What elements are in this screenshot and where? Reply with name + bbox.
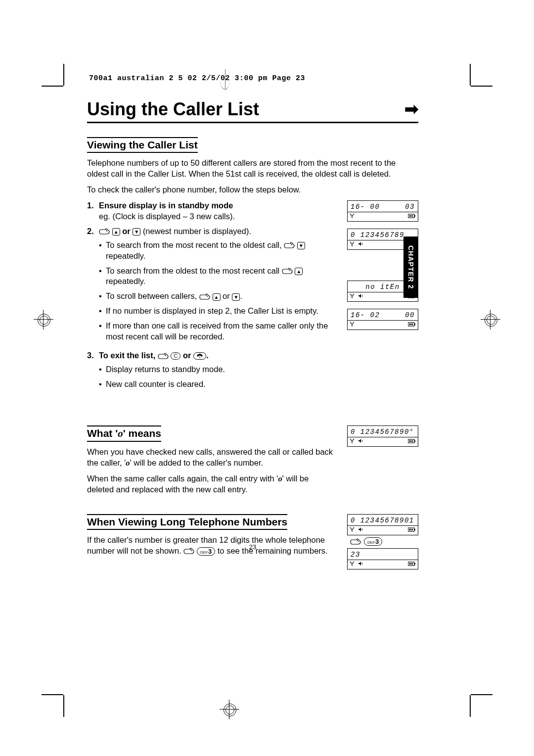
bullet-text: or [222, 291, 232, 300]
up-key-icon: ▲ [295, 268, 303, 275]
lcd-text: 16- 00 [351, 203, 380, 211]
continue-arrow-icon: ➡ [404, 99, 418, 120]
registration-mark [481, 310, 500, 330]
svg-rect-19 [410, 324, 411, 325]
lcd-text: 0 123456789 [351, 231, 404, 239]
bullet-text: repeatedly. [106, 277, 145, 285]
page-title: Using the Caller List [87, 99, 259, 120]
print-header: 700a1 australian 2 5 02 2/5/02 3:00 pm P… [89, 74, 305, 83]
svg-rect-4 [410, 215, 411, 217]
bullet-item: To search from the most recent to the ol… [99, 240, 337, 262]
section-heading-viewing: Viewing the Caller List [87, 137, 198, 153]
step-title: . [206, 351, 209, 360]
speaker-icon [358, 527, 363, 534]
bullet-text: To scroll between callers, [106, 291, 199, 300]
section2-p1: When you have checked new calls, answere… [87, 447, 337, 469]
svg-rect-34 [410, 563, 411, 565]
speaker-icon [358, 241, 363, 248]
press-hand-icon [158, 351, 169, 360]
section2-p2: When the same caller calls again, the ca… [87, 473, 337, 495]
lcd-text: 23 [351, 551, 360, 559]
or-text: or [122, 227, 133, 236]
svg-rect-23 [409, 440, 410, 442]
page-content: Using the Caller List ➡ Viewing the Call… [87, 99, 418, 572]
step-title: or [183, 351, 193, 360]
battery-icon [408, 527, 416, 534]
bullet-text: Display returns to standby mode. [106, 364, 337, 375]
antenna-icon [350, 241, 355, 248]
antenna-icon [350, 293, 355, 300]
lcd-display-checked: 0 1234567890° [347, 425, 418, 447]
crop-mark [42, 86, 63, 87]
lcd-display-longnum-1: 0 12345678901 [347, 514, 418, 535]
chapter-tab: CHAPTER 2 [403, 236, 418, 298]
svg-rect-20 [412, 324, 413, 325]
bullet-text: If more than one call is received from t… [106, 321, 337, 342]
speaker-icon [358, 293, 363, 300]
step-3: 3. To exit the list, C or . Display retu… [87, 350, 337, 394]
battery-icon [408, 438, 416, 445]
svg-point-0 [199, 357, 200, 358]
step-number: 2. [87, 226, 99, 346]
antenna-icon [350, 213, 355, 220]
registration-mark [220, 700, 239, 719]
lcd-text: 0 1234567890° [351, 428, 414, 436]
press-hand-icon [282, 266, 293, 275]
step-subtext: eg. (Clock is displayed – 3 new calls). [99, 212, 235, 221]
antenna-icon [350, 322, 355, 329]
lcd-display-exit: 16- 0200 [347, 309, 418, 330]
step-2: 2. ▲ or ▼ (newest number is displayed). … [87, 226, 337, 346]
press-hand-icon [199, 291, 210, 300]
bullet-item: If more than one call is received from t… [99, 321, 337, 342]
lcd-text: 00 [405, 311, 415, 319]
svg-rect-35 [412, 563, 413, 565]
svg-rect-32 [414, 563, 415, 565]
bullet-item: New call counter is cleared. [99, 379, 337, 390]
intro-paragraph: Telephone numbers of up to 50 different … [87, 158, 418, 180]
bullet-text: New call counter is cleared. [106, 379, 337, 390]
svg-rect-24 [410, 440, 411, 442]
bullet-item: To search from the oldest to the most re… [99, 266, 337, 287]
step-number: 1. [87, 200, 99, 222]
press-hand-icon [99, 227, 110, 236]
bullet-item: To scroll between callers, ▲ or ▼. [99, 291, 337, 302]
step-title: To exit the list, [99, 351, 158, 360]
section-heading-long-numbers: When Viewing Long Telephone Numbers [87, 514, 287, 530]
svg-rect-28 [409, 529, 410, 530]
crop-mark [471, 694, 492, 695]
title-row: Using the Caller List ➡ [87, 99, 418, 123]
bullet-text: If no number is displayed in step 2, the… [106, 306, 337, 317]
antenna-icon [350, 527, 355, 534]
bullet-text: . [240, 291, 242, 300]
svg-rect-17 [414, 324, 415, 325]
crop-mark [471, 86, 492, 87]
svg-rect-33 [409, 563, 410, 565]
antenna-icon [350, 438, 355, 445]
down-key-icon: ▼ [297, 242, 305, 249]
speaker-icon [358, 438, 363, 445]
step-text: (newest number is displayed). [143, 227, 251, 236]
down-key-icon: ▼ [232, 293, 240, 301]
battery-icon [408, 561, 416, 568]
svg-rect-22 [414, 440, 415, 442]
hangup-key-icon [193, 352, 206, 360]
intro-paragraph-2: To check the caller's phone number, foll… [87, 185, 418, 195]
crop-mark [42, 694, 63, 695]
step-1: 1. Ensure display is in standby mode eg.… [87, 200, 337, 222]
bullet-text: repeatedly. [106, 251, 145, 260]
bullet-item: Display returns to standby mode. [99, 364, 337, 375]
page-number: 23 [87, 543, 418, 551]
svg-rect-29 [410, 529, 411, 530]
battery-icon [408, 213, 416, 220]
lcd-display-standby: 16- 0003 [347, 200, 418, 222]
battery-icon [408, 322, 416, 329]
svg-rect-25 [412, 440, 413, 442]
step-number: 3. [87, 350, 99, 394]
svg-rect-2 [414, 215, 415, 217]
up-key-icon: ▲ [112, 228, 120, 236]
svg-rect-3 [409, 215, 410, 217]
lcd-text: 0 12345678901 [351, 517, 414, 524]
bullet-item: If no number is displayed in step 2, the… [99, 306, 337, 317]
down-key-icon: ▼ [133, 228, 140, 236]
bullet-text: To search from the oldest to the most re… [106, 266, 282, 275]
